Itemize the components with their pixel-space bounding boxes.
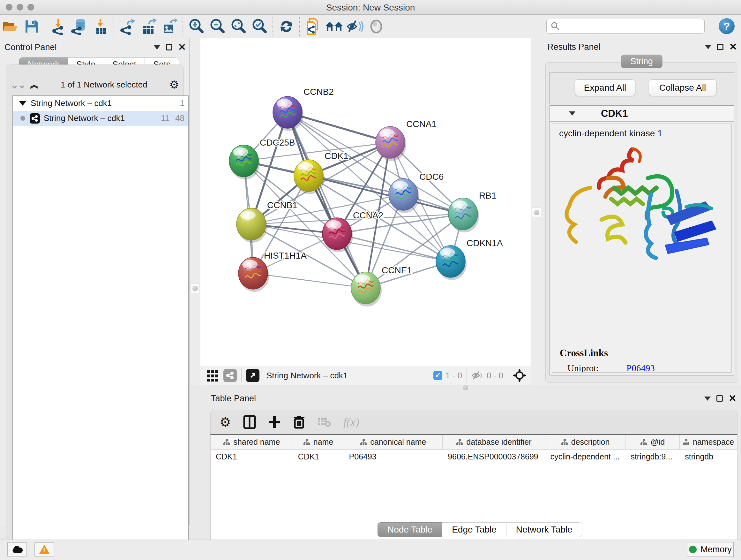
zoom-in-button[interactable]	[186, 17, 207, 36]
results-tab-string[interactable]: String	[621, 55, 663, 68]
network-options-gear-icon[interactable]: ⚙	[170, 78, 179, 91]
add-column-icon[interactable]	[268, 416, 281, 428]
left-divider-handle[interactable]	[190, 284, 200, 293]
section-collapse-icon[interactable]	[569, 111, 576, 116]
zoom-selected-button[interactable]	[249, 17, 270, 36]
column-header-name[interactable]: name	[293, 435, 344, 449]
open-session-button[interactable]	[0, 17, 21, 36]
column-header-description[interactable]: description	[545, 435, 626, 449]
network-node-count: 11	[161, 113, 170, 123]
grid-view-icon[interactable]	[206, 369, 219, 382]
birds-eye-navigator-icon[interactable]	[513, 368, 527, 382]
column-header-shared-name[interactable]: shared name	[211, 435, 293, 449]
search-icon	[550, 21, 560, 31]
search-input[interactable]	[560, 20, 704, 33]
network-graph[interactable]: CCNB2CCNA1CDC25BCDK1CDC6RB1CCNB1CCNA2CDK…	[200, 38, 531, 366]
network-canvas[interactable]: CCNB2CCNA1CDC25BCDK1CDC6RB1CCNB1CCNA2CDK…	[200, 38, 531, 366]
column-header--id[interactable]: @id	[625, 435, 680, 449]
import-network-icon	[51, 18, 66, 35]
detach-view-icon[interactable]	[246, 369, 259, 382]
collapse-all-button[interactable]: Collapse All	[649, 79, 717, 96]
cloud-icon	[11, 545, 23, 554]
gene-section-header[interactable]: CDK1	[550, 106, 734, 122]
horizontal-splitter[interactable]	[190, 385, 741, 390]
table-options-gear-icon[interactable]: ⚙	[219, 415, 231, 429]
houses-icon	[325, 19, 344, 34]
hide-unhide-button[interactable]	[345, 17, 366, 36]
expand-all-networks-icon[interactable]: ︽	[30, 78, 39, 91]
table-cell[interactable]: stringdb:9...	[625, 449, 680, 463]
import-network-from-database-button[interactable]	[69, 17, 90, 36]
show-columns-icon[interactable]	[243, 415, 256, 429]
tab-node-table[interactable]: Node Table	[378, 522, 442, 537]
network-edge[interactable]	[287, 112, 366, 288]
delete-column-icon[interactable]	[293, 415, 305, 429]
toolbar-separator	[45, 17, 45, 36]
network-node-rb1[interactable]: RB1	[448, 191, 496, 233]
node-label-rb1: RB1	[479, 191, 496, 200]
network-edge[interactable]	[253, 273, 366, 288]
zoom-fit-button[interactable]	[228, 17, 249, 36]
network-node-cdkn1a[interactable]: CDKN1A	[436, 238, 503, 280]
tab-network-table[interactable]: Network Table	[507, 522, 583, 537]
expand-all-button[interactable]: Expand All	[575, 79, 635, 96]
status-bar: Memory	[0, 540, 741, 560]
table-cell[interactable]: cyclin-dependent ...	[545, 449, 626, 463]
table-tabs: Node Table Edge Table Network Table	[378, 522, 583, 537]
toolbar-search-field[interactable]	[546, 19, 704, 34]
gene-name: CDK1	[601, 108, 628, 119]
cloud-status-button[interactable]	[7, 543, 27, 557]
node-label-ccnb2: CCNB2	[304, 87, 334, 97]
column-header-namespace[interactable]: namespace	[680, 435, 737, 449]
network-row[interactable]: String Network – cdk1 11 48	[13, 111, 188, 126]
panel-close-icon[interactable]: ✕	[729, 395, 737, 401]
string-home-button[interactable]	[324, 17, 345, 36]
panel-float-icon[interactable]	[717, 44, 724, 50]
duplicate-network-button[interactable]	[302, 17, 324, 36]
panel-menu-icon[interactable]	[154, 45, 160, 50]
memory-button[interactable]: Memory	[687, 542, 734, 557]
table-cell[interactable]: P06493	[344, 449, 443, 463]
refresh-button[interactable]	[276, 17, 297, 36]
tree-caret-icon[interactable]	[19, 101, 26, 106]
save-session-button[interactable]	[21, 17, 42, 36]
zoom-out-button[interactable]	[207, 17, 228, 36]
table-cell[interactable]: stringdb	[680, 449, 737, 463]
collapse-all-networks-icon[interactable]: ⌄⌄	[10, 79, 25, 90]
panel-close-icon[interactable]: ✕	[729, 44, 737, 50]
network-view-icon[interactable]	[223, 369, 237, 382]
right-divider-handle[interactable]	[532, 207, 541, 217]
delete-table-icon	[317, 416, 331, 428]
panel-menu-icon[interactable]	[704, 396, 711, 401]
column-header-canonical-name[interactable]: canonical name	[344, 435, 443, 449]
left-panel-divider[interactable]	[190, 38, 200, 385]
table-cell[interactable]: 9606.ENSP00000378699	[443, 449, 545, 463]
network-node-ccne1[interactable]: CCNE1	[351, 265, 412, 307]
network-collection-row[interactable]: String Network – cdk1 1	[13, 96, 188, 111]
column-type-icon	[456, 439, 463, 446]
warnings-button[interactable]	[35, 543, 54, 557]
table-header-row: shared namenamecanonical namedatabase id…	[211, 435, 737, 449]
network-node-ccna1[interactable]: CCNA1	[376, 119, 436, 161]
help-button[interactable]: ?	[719, 18, 735, 34]
panel-float-icon[interactable]	[166, 44, 172, 51]
panel-menu-icon[interactable]	[705, 45, 711, 49]
table-cell[interactable]: CDK1	[293, 449, 344, 463]
panel-close-icon[interactable]: ✕	[178, 44, 186, 51]
column-header-database-identifier[interactable]: database identifier	[443, 435, 545, 449]
selected-checkbox-icon[interactable]: ✓	[433, 371, 442, 380]
panel-float-icon[interactable]	[717, 395, 723, 401]
crosslink-link[interactable]: P06493	[626, 363, 655, 373]
network-list-group: ⌄⌄ ︽ 1 of 1 Network selected ⚙ String Ne…	[6, 64, 184, 559]
table-row[interactable]: CDK1CDK1P064939606.ENSP00000378699cyclin…	[211, 449, 737, 463]
network-node-hist1h1a[interactable]: HIST1H1A	[239, 251, 307, 292]
export-network-button[interactable]	[117, 17, 138, 36]
export-image-button[interactable]	[159, 17, 180, 36]
tab-edge-table[interactable]: Edge Table	[442, 522, 507, 537]
table-cell[interactable]: CDK1	[211, 449, 293, 463]
show-preview-button[interactable]	[366, 17, 387, 36]
table-toolbar: ⚙ f(x)	[210, 410, 738, 434]
import-network-button[interactable]	[48, 17, 69, 36]
import-table-button[interactable]	[90, 17, 111, 36]
export-table-button[interactable]	[138, 17, 159, 36]
